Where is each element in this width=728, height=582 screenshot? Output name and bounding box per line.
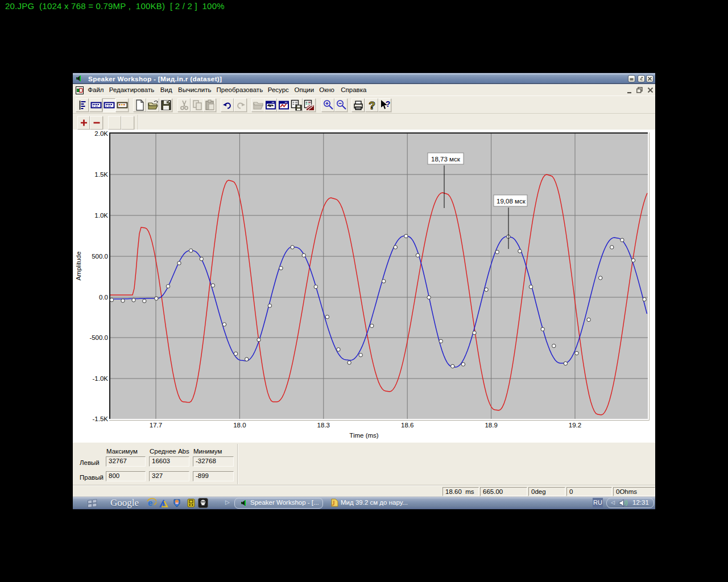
svg-text:0.0: 0.0 — [99, 294, 108, 301]
svg-text:1.5K: 1.5K — [94, 171, 108, 178]
svg-text:19,08 мск: 19,08 мск — [497, 198, 526, 205]
svg-text:18.6: 18.6 — [401, 422, 413, 429]
svg-text:Time (ms): Time (ms) — [349, 432, 378, 439]
svg-text:18.3: 18.3 — [317, 422, 330, 429]
svg-text:-1.0K: -1.0K — [93, 375, 109, 382]
svg-text:1.0K: 1.0K — [94, 212, 108, 219]
svg-text:17.7: 17.7 — [150, 422, 162, 429]
svg-text:?: ? — [385, 99, 390, 109]
svg-text:-1.5K: -1.5K — [93, 415, 109, 422]
svg-text:500.0: 500.0 — [92, 253, 108, 260]
svg-text:19.2: 19.2 — [569, 422, 581, 429]
svg-text:?: ? — [369, 99, 375, 111]
svg-text:-500.0: -500.0 — [89, 334, 108, 341]
svg-text:Amplitude: Amplitude — [75, 251, 82, 280]
svg-text:18,73 мск: 18,73 мск — [431, 156, 461, 163]
svg-text:18.0: 18.0 — [233, 422, 246, 429]
svg-text:18.9: 18.9 — [485, 422, 497, 429]
svg-text:2.0K: 2.0K — [94, 130, 108, 137]
